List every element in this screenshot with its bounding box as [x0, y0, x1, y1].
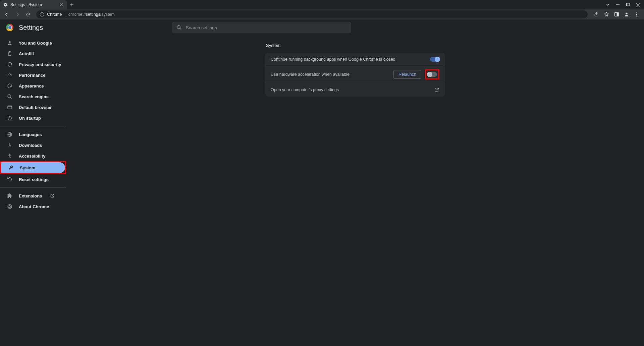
url-text: chrome://settings/system [68, 12, 115, 17]
puzzle-icon [7, 193, 13, 199]
new-tab-button[interactable] [67, 0, 76, 9]
svg-rect-11 [42, 13, 42, 14]
svg-rect-15 [617, 13, 619, 16]
clipboard-icon [7, 51, 13, 57]
sidebar-item-label: Privacy and security [19, 62, 61, 67]
external-link-icon [434, 87, 439, 93]
svg-line-48 [436, 88, 439, 91]
relaunch-button[interactable]: Relaunch [393, 70, 421, 79]
svg-rect-5 [627, 3, 629, 6]
svg-line-42 [52, 194, 54, 196]
download-icon [7, 142, 13, 148]
sidebar-item-accessibility[interactable]: Accessibility [0, 151, 65, 161]
power-icon [7, 115, 13, 121]
setting-row-hardware-accel: Use hardware acceleration when available… [265, 66, 445, 83]
maximize-icon[interactable] [626, 3, 630, 7]
sidebar-item-autofill[interactable]: Autofill [0, 48, 65, 59]
window-controls [606, 0, 644, 9]
svg-line-41 [10, 157, 11, 158]
svg-rect-6 [627, 3, 630, 6]
sidebar-item-label: Downloads [19, 143, 42, 148]
svg-point-37 [9, 154, 10, 155]
close-window-icon[interactable] [636, 3, 640, 7]
setting-row-background-apps: Continue running background apps when Go… [265, 53, 445, 66]
highlight-hw-toggle [425, 69, 439, 79]
section-title: System [265, 43, 445, 48]
toggle-hardware-accel[interactable] [428, 72, 437, 77]
share-icon[interactable] [594, 12, 599, 17]
sidebar-item-label: Languages [19, 132, 42, 137]
toggle-background-apps[interactable] [430, 57, 439, 62]
svg-line-46 [8, 207, 9, 208]
sidebar-item-downloads[interactable]: Downloads [0, 140, 65, 151]
svg-point-19 [636, 15, 637, 16]
back-button[interactable] [3, 10, 11, 18]
sidebar-item-label: System [20, 165, 35, 170]
browser-tab-active[interactable]: Settings - System [0, 0, 67, 9]
minimize-icon[interactable] [616, 3, 620, 7]
sidebar-item-system[interactable]: System [1, 162, 65, 173]
svg-point-18 [636, 14, 637, 15]
sidebar-divider [0, 187, 66, 188]
search-placeholder: Search settings [186, 25, 217, 30]
sidebar-item-about[interactable]: About Chrome [0, 201, 65, 212]
svg-rect-10 [42, 14, 42, 15]
speedometer-icon [7, 72, 13, 78]
palette-icon [7, 83, 13, 89]
shield-icon [7, 61, 13, 67]
setting-label: Continue running background apps when Go… [271, 57, 426, 62]
reload-button[interactable] [24, 10, 32, 18]
external-link-icon [50, 193, 55, 198]
sidebar-item-label: Accessibility [19, 154, 46, 159]
sidebar-item-label: Performance [19, 73, 45, 78]
svg-line-47 [10, 207, 11, 208]
sidebar-divider [0, 126, 66, 126]
tabs-dropdown-icon[interactable] [606, 3, 610, 7]
search-settings-input[interactable]: Search settings [172, 22, 351, 33]
globe-icon [7, 131, 13, 137]
sidebar-item-label: Default browser [19, 105, 52, 110]
bookmark-icon[interactable] [604, 12, 609, 17]
svg-line-21 [180, 28, 181, 30]
sidebar-item-extensions[interactable]: Extensions [0, 190, 65, 201]
sidebar-item-label: About Chrome [19, 204, 49, 209]
settings-main: System Continue running background apps … [66, 36, 644, 346]
highlight-sidebar-system: System [0, 161, 66, 174]
sidebar-item-label: On startup [19, 116, 41, 121]
site-info-icon[interactable] [40, 12, 44, 17]
sidebar-item-you-and-google[interactable]: You and Google [0, 38, 65, 48]
sidebar-item-privacy[interactable]: Privacy and security [0, 59, 65, 70]
browser-tab-strip: Settings - System [0, 0, 644, 9]
sidebar-item-label: You and Google [19, 41, 52, 46]
sidebar-item-default-browser[interactable]: Default browser [0, 102, 65, 113]
url-scheme-label: Chrome [47, 12, 62, 17]
svg-point-22 [9, 41, 10, 43]
address-bar[interactable]: Chrome | chrome://settings/system [36, 10, 588, 18]
svg-line-27 [10, 97, 12, 99]
chrome-logo-icon [6, 24, 13, 31]
sidebar-item-on-startup[interactable]: On startup [0, 113, 65, 123]
sidebar-item-label: Reset settings [19, 177, 49, 182]
wrench-icon [8, 165, 14, 171]
setting-row-proxy[interactable]: Open your computer's proxy settings [265, 83, 445, 97]
forward-button[interactable] [13, 10, 21, 18]
sidebar-item-reset[interactable]: Reset settings [0, 174, 65, 185]
browser-icon [7, 104, 13, 110]
gear-icon [3, 2, 8, 7]
svg-point-17 [636, 12, 637, 13]
close-icon[interactable] [59, 2, 64, 7]
sidebar-item-search-engine[interactable]: Search engine [0, 91, 65, 102]
restore-icon [7, 176, 13, 182]
page-title: Settings [19, 24, 43, 32]
sidebar-item-appearance[interactable]: Appearance [0, 80, 65, 91]
sidebar-item-performance[interactable]: Performance [0, 70, 65, 80]
menu-icon[interactable] [634, 12, 639, 17]
person-icon [7, 40, 13, 46]
side-panel-icon[interactable] [614, 12, 619, 17]
browser-toolbar: Chrome | chrome://settings/system [0, 9, 644, 19]
sidebar-item-label: Appearance [19, 83, 44, 89]
profile-icon[interactable] [624, 12, 629, 17]
svg-point-26 [8, 95, 11, 98]
sidebar-item-languages[interactable]: Languages [0, 129, 65, 140]
settings-sidebar: You and Google Autofill Privacy and secu… [0, 36, 66, 346]
